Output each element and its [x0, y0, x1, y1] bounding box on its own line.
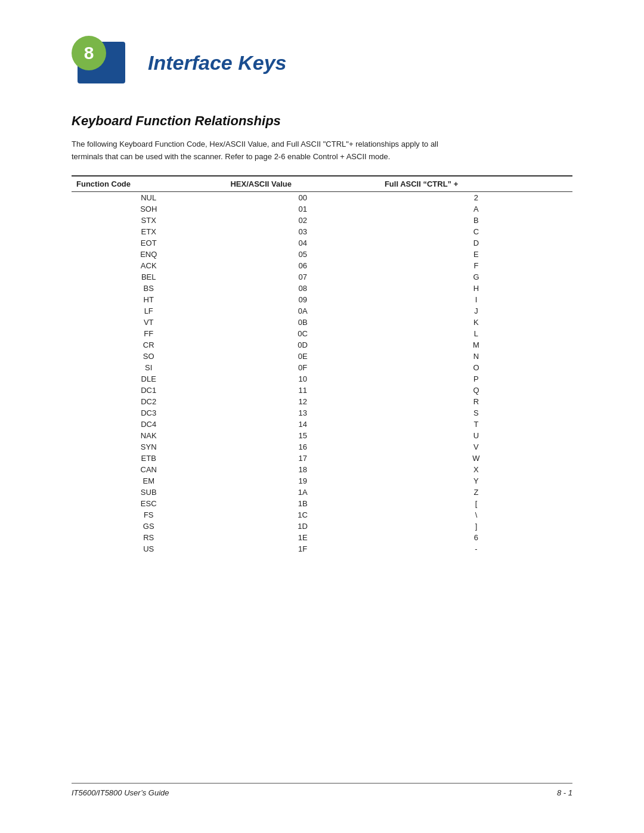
- col-header-ascii: Full ASCII “CTRL” +: [380, 176, 572, 192]
- table-cell: 02: [225, 215, 379, 226]
- table-cell: ESC: [72, 498, 225, 509]
- table-row: HT09I: [72, 294, 572, 305]
- table-row: DC212R: [72, 396, 572, 407]
- chapter-number: 8: [72, 36, 106, 70]
- table-row: SO0EN: [72, 351, 572, 362]
- table-row: CAN18X: [72, 464, 572, 475]
- table-cell: DLE: [72, 373, 225, 385]
- table-cell: 1F: [225, 543, 379, 555]
- table-cell: K: [380, 317, 572, 328]
- table-cell: CAN: [72, 464, 225, 475]
- table-row: ACK06F: [72, 260, 572, 271]
- table-cell: R: [380, 396, 572, 407]
- table-cell: N: [380, 351, 572, 362]
- table-cell: DC2: [72, 396, 225, 407]
- table-row: DC414T: [72, 419, 572, 430]
- table-row: SYN16V: [72, 441, 572, 453]
- col-header-function: Function Code: [72, 176, 225, 192]
- table-cell: I: [380, 294, 572, 305]
- table-cell: 11: [225, 385, 379, 396]
- page: 8 Interface Keys Keyboard Function Relat…: [0, 0, 644, 833]
- chapter-header: 8 Interface Keys: [72, 36, 572, 89]
- table-cell: ]: [380, 521, 572, 532]
- table-cell: 0F: [225, 362, 379, 373]
- table-cell: 05: [225, 249, 379, 260]
- table-cell: 14: [225, 419, 379, 430]
- footer-left: IT5600/IT5800 User’s Guide: [72, 788, 169, 797]
- table-row: ESC1B[: [72, 498, 572, 509]
- table-cell: 2: [380, 191, 572, 203]
- table-row: DC313S: [72, 407, 572, 419]
- table-cell: 1E: [225, 532, 379, 543]
- table-cell: G: [380, 271, 572, 283]
- table-cell: ETX: [72, 226, 225, 237]
- table-cell: -: [380, 543, 572, 555]
- table-cell: \: [380, 509, 572, 521]
- table-cell: Y: [380, 475, 572, 487]
- table-cell: NAK: [72, 430, 225, 441]
- table-cell: RS: [72, 532, 225, 543]
- table-cell: DC3: [72, 407, 225, 419]
- table-cell: 0A: [225, 305, 379, 317]
- table-cell: SUB: [72, 487, 225, 498]
- table-cell: LF: [72, 305, 225, 317]
- table-cell: J: [380, 305, 572, 317]
- table-cell: M: [380, 339, 572, 351]
- table-cell: 0E: [225, 351, 379, 362]
- table-cell: SOH: [72, 203, 225, 215]
- table-row: EOT04D: [72, 237, 572, 249]
- table-cell: O: [380, 362, 572, 373]
- intro-text: The following Keyboard Function Code, He…: [72, 138, 459, 163]
- col-header-hex: HEX/ASCII Value: [225, 176, 379, 192]
- table-cell: SI: [72, 362, 225, 373]
- table-cell: EOT: [72, 237, 225, 249]
- chapter-title: Interface Keys: [148, 51, 286, 75]
- table-row: STX02B: [72, 215, 572, 226]
- table-cell: S: [380, 407, 572, 419]
- table-cell: 17: [225, 453, 379, 464]
- table-cell: 1D: [225, 521, 379, 532]
- table-row: BS08H: [72, 283, 572, 294]
- table-row: GS1D]: [72, 521, 572, 532]
- table-cell: DC4: [72, 419, 225, 430]
- table-cell: Z: [380, 487, 572, 498]
- table-cell: SYN: [72, 441, 225, 453]
- table-cell: L: [380, 328, 572, 339]
- table-header-row: Function Code HEX/ASCII Value Full ASCII…: [72, 176, 572, 192]
- table-cell: 1B: [225, 498, 379, 509]
- table-row: ENQ05E: [72, 249, 572, 260]
- table-cell: 6: [380, 532, 572, 543]
- table-cell: ENQ: [72, 249, 225, 260]
- table-cell: 01: [225, 203, 379, 215]
- table-cell: X: [380, 464, 572, 475]
- chapter-badge: 8: [72, 36, 137, 89]
- table-cell: B: [380, 215, 572, 226]
- table-row: SUB1AZ: [72, 487, 572, 498]
- table-row: RS1E6: [72, 532, 572, 543]
- table-row: VT0BK: [72, 317, 572, 328]
- table-row: ETX03C: [72, 226, 572, 237]
- table-cell: SO: [72, 351, 225, 362]
- table-row: BEL07G: [72, 271, 572, 283]
- table-cell: VT: [72, 317, 225, 328]
- table-cell: STX: [72, 215, 225, 226]
- table-row: SOH01A: [72, 203, 572, 215]
- table-row: SI0FO: [72, 362, 572, 373]
- table-cell: FF: [72, 328, 225, 339]
- table-cell: FS: [72, 509, 225, 521]
- table-row: NAK15U: [72, 430, 572, 441]
- table-row: FS1C\: [72, 509, 572, 521]
- table-cell: U: [380, 430, 572, 441]
- table-cell: 0D: [225, 339, 379, 351]
- table-cell: 15: [225, 430, 379, 441]
- table-cell: 03: [225, 226, 379, 237]
- table-cell: 06: [225, 260, 379, 271]
- table-cell: C: [380, 226, 572, 237]
- table-cell: H: [380, 283, 572, 294]
- function-table: Function Code HEX/ASCII Value Full ASCII…: [72, 175, 572, 555]
- table-cell: EM: [72, 475, 225, 487]
- table-cell: Q: [380, 385, 572, 396]
- table-cell: 00: [225, 191, 379, 203]
- table-cell: 1A: [225, 487, 379, 498]
- table-row: NUL002: [72, 191, 572, 203]
